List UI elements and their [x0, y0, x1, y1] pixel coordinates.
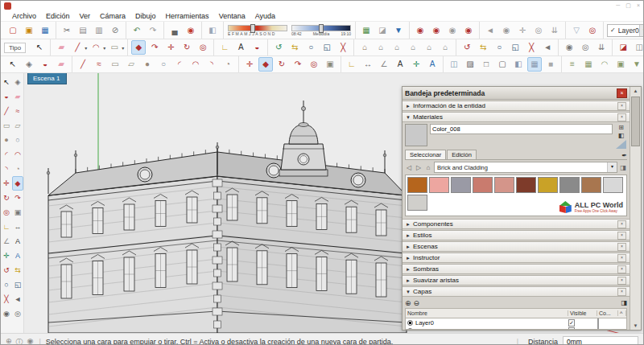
- add-layer-icon[interactable]: ⊕: [405, 299, 411, 307]
- new-file-icon[interactable]: ▢: [6, 23, 20, 38]
- eraser-icon[interactable]: ▰: [12, 89, 23, 104]
- follow-me-icon[interactable]: ↷: [12, 191, 23, 205]
- section-escenas[interactable]: ►Escenas×: [402, 241, 630, 252]
- paint-bucket-icon[interactable]: ◒: [1, 89, 12, 104]
- push-pull-icon[interactable]: ◆: [12, 176, 23, 191]
- layer-dropdown[interactable]: ✓ Layer0 ▾: [607, 24, 644, 37]
- shaded-with-textures-icon[interactable]: ▦: [527, 57, 542, 72]
- section-instructor[interactable]: ►Instructor×: [402, 253, 630, 263]
- photo-textures-icon[interactable]: ▼: [391, 23, 406, 38]
- make-component-icon[interactable]: ◈: [12, 75, 23, 89]
- select-icon[interactable]: ↖: [32, 40, 47, 55]
- menu-ventana[interactable]: Ventana: [214, 12, 250, 20]
- erase-icon[interactable]: ⊘: [108, 23, 122, 38]
- layer-color-swatch[interactable]: [597, 318, 599, 327]
- make-component-icon[interactable]: ◈: [22, 57, 36, 72]
- offset-large-icon[interactable]: ◎: [307, 57, 321, 72]
- model-viewport[interactable]: Escena 1 Bandeja predeterminada × ► Info…: [24, 73, 643, 333]
- fog-icon[interactable]: ▽: [569, 23, 584, 38]
- copy-icon[interactable]: ▤: [76, 23, 90, 38]
- camera-previous-icon[interactable]: ◄: [483, 23, 497, 38]
- close-icon[interactable]: ×: [637, 1, 640, 10]
- section-suavizar-aristas[interactable]: ►Suavizar aristas×: [402, 275, 630, 285]
- open-file-icon[interactable]: ▣: [22, 23, 36, 38]
- layer-row-fachada-3[interactable]: FACHADA 3✓: [406, 327, 626, 330]
- follow-me-icon[interactable]: ↷: [147, 40, 162, 55]
- rotated-rectangle-icon[interactable]: ▱: [12, 118, 23, 133]
- pan-icon[interactable]: ⇆: [287, 40, 302, 55]
- section-sombras[interactable]: ►Sombras×: [402, 264, 630, 274]
- brick-pink-swatch[interactable]: [429, 177, 449, 193]
- move-icon[interactable]: ✛: [1, 176, 12, 191]
- front-view-icon[interactable]: ⌂: [390, 40, 404, 55]
- section-capas[interactable]: ▼ Capas ×: [402, 286, 630, 297]
- siding-light-swatch[interactable]: [603, 177, 623, 193]
- eraser-large-icon[interactable]: ▰: [54, 57, 68, 72]
- text-large-icon[interactable]: A: [393, 57, 407, 72]
- shadow-date-slider[interactable]: [228, 25, 287, 31]
- layer-row-layer0[interactable]: Layer0✓: [406, 318, 626, 327]
- stone-blocks-swatch[interactable]: [451, 177, 471, 193]
- line-icon[interactable]: ╱: [70, 40, 85, 55]
- smoove-icon[interactable]: ◠: [597, 57, 612, 72]
- hidden-line-icon[interactable]: ▢: [495, 57, 510, 72]
- position-camera-2-icon[interactable]: ◉: [562, 40, 576, 55]
- siding-wood-swatch[interactable]: [581, 177, 601, 193]
- freehand-icon[interactable]: ≈: [12, 104, 23, 118]
- line-dropdown-icon[interactable]: ▾: [85, 45, 87, 51]
- offset-icon[interactable]: ◎: [1, 205, 12, 220]
- zoom-window-2-icon[interactable]: ◱: [508, 40, 522, 55]
- drape-icon[interactable]: ▼: [630, 57, 644, 72]
- scene-tab[interactable]: Escena 1: [27, 73, 67, 84]
- zoom-icon[interactable]: ○: [1, 277, 12, 292]
- paint-bucket-large-icon[interactable]: ◒: [38, 57, 52, 72]
- tape-measure-large-icon[interactable]: ∟: [345, 57, 359, 72]
- undo-icon[interactable]: ↶: [130, 23, 144, 38]
- zoom-window-icon[interactable]: ◱: [12, 277, 23, 292]
- remove-layer-icon[interactable]: ⊖: [414, 299, 420, 307]
- menu-dibujo[interactable]: Dibujo: [130, 12, 161, 20]
- zoom-extents-icon[interactable]: ╳: [1, 292, 12, 306]
- redo-icon[interactable]: ↷: [146, 23, 160, 38]
- walk-icon[interactable]: ⇊: [547, 23, 562, 38]
- section-close-icon[interactable]: ×: [617, 232, 626, 240]
- position-camera-icon[interactable]: ✛: [515, 23, 530, 38]
- save-file-icon[interactable]: ▦: [38, 23, 52, 38]
- visible-checkbox[interactable]: ✓: [568, 327, 575, 331]
- dimension-icon[interactable]: ↔: [12, 220, 23, 234]
- rectangle-dropdown-icon[interactable]: ▾: [122, 45, 124, 51]
- zoom-previous-icon[interactable]: ◄: [540, 40, 555, 55]
- circle-icon[interactable]: ●: [1, 133, 12, 147]
- shaded-icon[interactable]: ◧: [511, 57, 526, 72]
- section-close-icon[interactable]: ×: [617, 102, 626, 110]
- axes-icon[interactable]: ✛: [1, 248, 12, 263]
- pavers-pink-swatch[interactable]: [494, 177, 514, 193]
- rectangle-large-icon[interactable]: ▭: [108, 57, 122, 72]
- arc-dropdown-icon[interactable]: ▾: [103, 45, 105, 51]
- scale-icon[interactable]: ▣: [323, 57, 337, 72]
- collection-dropdown[interactable]: Brick and Cladding ▾: [434, 162, 617, 173]
- layer-dropdown-arrow-icon[interactable]: ▾: [639, 25, 644, 36]
- collection-arrow-icon[interactable]: ▾: [607, 162, 617, 172]
- tape-measure-icon[interactable]: ∟: [1, 220, 12, 234]
- push-pull-large-icon[interactable]: ◆: [258, 57, 273, 72]
- top-view-icon[interactable]: ⌂: [374, 40, 388, 55]
- model-info-icon[interactable]: ◉: [184, 23, 198, 38]
- back-arrow-icon[interactable]: ◁: [405, 164, 413, 171]
- menu-archivo[interactable]: Archivo: [7, 12, 41, 20]
- line-large-icon[interactable]: ╱: [76, 57, 90, 72]
- time-slider-thumb[interactable]: [319, 24, 324, 33]
- zoom-icon[interactable]: ○: [303, 40, 318, 55]
- menu-herramientas[interactable]: Herramientas: [161, 12, 214, 20]
- look-around-2-icon[interactable]: ◎: [578, 40, 592, 55]
- section-entity-info[interactable]: ► Información de la entidad ×: [402, 101, 630, 111]
- styles-tool-1-icon[interactable]: ◉: [413, 23, 427, 38]
- material-name-field[interactable]: [430, 124, 613, 134]
- date-slider-thumb[interactable]: [250, 24, 255, 33]
- menu-ayuda[interactable]: Ayuda: [250, 12, 280, 20]
- camera-standard-icon[interactable]: ◉: [499, 23, 514, 38]
- left-view-icon[interactable]: ⌂: [438, 40, 452, 55]
- offset-icon[interactable]: ◎: [196, 40, 210, 55]
- section-plane-icon[interactable]: ◪: [616, 40, 630, 55]
- arc-icon[interactable]: ◠: [89, 40, 103, 55]
